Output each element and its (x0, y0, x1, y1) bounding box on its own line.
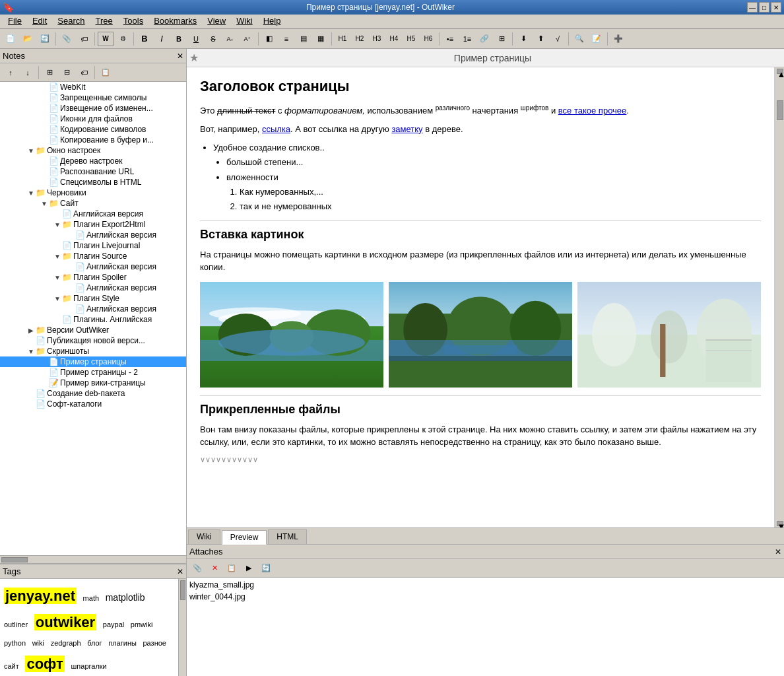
down-arrow-button[interactable]: ⬇ (515, 32, 531, 46)
tag[interactable]: сайт (4, 662, 19, 670)
align-left-button[interactable]: ◧ (261, 32, 277, 46)
h3-button[interactable]: H3 (369, 32, 385, 46)
menu-edit[interactable]: Edit (27, 15, 52, 28)
tree-item[interactable]: 📄 Спецсимволы в HTML (0, 177, 186, 187)
italic-button[interactable]: I (154, 32, 170, 46)
tree-item[interactable]: ▼ 📁 Плагин Style (0, 293, 186, 304)
attach-add-button[interactable]: 📎 (189, 561, 205, 576)
attach-play-button[interactable]: ▶ (241, 561, 257, 576)
ul-button[interactable]: •≡ (442, 32, 458, 46)
tree-item[interactable]: 📄 Кодирование символов (0, 124, 186, 135)
tree-down-button[interactable]: ↓ (20, 65, 36, 80)
tree-collapse-button[interactable]: ⊟ (59, 65, 75, 80)
attach-file-item[interactable]: klyazma_small.jpg (189, 579, 781, 591)
up-arrow-button[interactable]: ⬆ (533, 32, 548, 46)
menu-help[interactable]: Help (258, 15, 286, 28)
h2-button[interactable]: H2 (352, 32, 368, 46)
tree-item[interactable]: ▼ 📁 Плагин Spoiler (0, 272, 186, 283)
h4-button[interactable]: H4 (386, 32, 402, 46)
tree-item[interactable]: 📄 Пример страницы - 2 (0, 367, 186, 378)
tag[interactable]: python (4, 639, 26, 647)
tag[interactable]: pmwiki (131, 621, 153, 628)
open-button[interactable]: 📂 (20, 32, 36, 46)
underline-button[interactable]: U (188, 32, 204, 46)
h1-button[interactable]: H1 (335, 32, 350, 46)
tree-item[interactable]: 📄 Софт-каталоги (0, 399, 186, 409)
html-mode-button[interactable]: ⚙ (115, 32, 131, 46)
tree-item[interactable]: 📄 Дерево настроек (0, 156, 186, 166)
tree-up-button[interactable]: ↑ (3, 65, 18, 80)
win-close[interactable]: ✕ (771, 2, 781, 13)
tag[interactable]: zedgraph (51, 639, 81, 647)
superscript-button[interactable]: A⁺ (240, 32, 255, 46)
attach-refresh-button[interactable]: 🔄 (258, 561, 274, 576)
tree-item[interactable]: ▼ 📁 Скриншоты (0, 346, 186, 356)
menu-view[interactable]: View (202, 15, 231, 28)
align-justify-button[interactable]: ▦ (313, 32, 329, 46)
tree-item[interactable]: 📄 Английская версия (0, 261, 186, 272)
h6-button[interactable]: H6 (420, 32, 436, 46)
tree-item[interactable]: ▼ 📁 Плагин Source (0, 251, 186, 261)
tree-item[interactable]: ▼ 📁 Черновики (0, 187, 186, 198)
extra-button[interactable]: ➕ (610, 32, 626, 46)
content-scrollbar[interactable]: ▲ ▼ (775, 67, 784, 527)
tree-container[interactable]: 📄 WebKit 📄 Запрещенные символы 📄 Извещен… (0, 82, 186, 555)
link-zametku[interactable]: заметку (391, 124, 422, 134)
tree-item[interactable]: 📄 Запрещенные символы (0, 92, 186, 103)
attach-delete-button[interactable]: ✕ (207, 561, 222, 576)
tree-item[interactable]: 📄 Распознавание URL (0, 166, 186, 177)
menu-file[interactable]: File (3, 15, 27, 28)
tag[interactable]: разное (143, 639, 166, 647)
attach-copy-button[interactable]: 📋 (224, 561, 240, 576)
tab-wiki[interactable]: Wiki (188, 529, 220, 544)
reload-button[interactable]: 🔄 (37, 32, 53, 46)
bold2-button[interactable]: B (171, 32, 187, 46)
tree-item[interactable]: 📄 Иконки для файлов (0, 114, 186, 124)
tag[interactable]: outliner (4, 621, 28, 628)
tree-item[interactable]: 📄 Создание deb-пакета (0, 388, 186, 399)
tree-item[interactable]: 📄 WebKit (0, 82, 186, 92)
tree-item[interactable]: ▼ 📁 Окно настроек (0, 145, 186, 156)
tree-item[interactable]: 📝 Пример вики-страницы (0, 378, 186, 388)
tag[interactable]: matplotlib (106, 592, 145, 603)
new-button[interactable]: 📄 (3, 32, 18, 46)
tree-mark-button[interactable]: 🏷 (76, 65, 92, 80)
tree-item[interactable]: 📄 Плагин Livejournal (0, 240, 186, 251)
tag[interactable]: jenyay.net (4, 588, 77, 604)
find-button[interactable]: 🔍 (572, 32, 587, 46)
tab-preview[interactable]: Preview (222, 530, 267, 545)
tree-item[interactable]: 📄 Плагины. Английская (0, 314, 186, 325)
tree-item[interactable]: 📄 Публикация новой верси... (0, 335, 186, 346)
tree-item[interactable]: ▼ 📁 Плагин Export2Html (0, 219, 186, 230)
tree-item[interactable]: 📄 Извещение об изменен... (0, 103, 186, 114)
tag[interactable]: софт (25, 656, 64, 672)
tag[interactable]: шпаргалки (71, 662, 106, 670)
menu-wiki[interactable]: Wiki (231, 15, 258, 28)
menu-tools[interactable]: Tools (118, 15, 148, 28)
tags-close-icon[interactable]: ✕ (177, 567, 183, 576)
content-view[interactable]: Заголовок страницы Это длинный текст с ф… (187, 67, 775, 527)
tree-item[interactable]: 📄 Копирование в буфер и... (0, 135, 186, 145)
tag[interactable]: плагины (108, 639, 137, 647)
attach-icon-button[interactable]: 🏷 (76, 32, 92, 46)
tree-item[interactable]: ▶ 📁 Версии OutWiker (0, 325, 186, 335)
tags-scrollbar[interactable] (178, 579, 186, 676)
tree-item[interactable]: ▼ 📁 Сайт (0, 198, 186, 209)
strike-button[interactable]: S (205, 32, 221, 46)
attach-file-item[interactable]: winter_0044.jpg (189, 591, 781, 603)
bold-button[interactable]: B (137, 32, 152, 46)
tree-item[interactable]: 📄 Английская версия (0, 304, 186, 314)
align-right-button[interactable]: ▤ (296, 32, 311, 46)
tag[interactable]: wiki (32, 639, 44, 647)
win-minimize[interactable]: — (747, 2, 758, 13)
menu-search[interactable]: Search (52, 15, 90, 28)
tree-item[interactable]: 📄 Пример страницы (0, 356, 186, 367)
tree-expand-button[interactable]: ⊞ (42, 65, 57, 80)
align-center-button[interactable]: ≡ (278, 32, 294, 46)
tag[interactable]: paypal (103, 621, 124, 628)
win-maximize[interactable]: □ (759, 2, 769, 13)
tag[interactable]: блог (87, 639, 102, 647)
tree-item[interactable]: 📄 Английская версия (0, 283, 186, 293)
link-button[interactable]: 🔗 (476, 32, 492, 46)
wiki-mode-button[interactable]: W (98, 32, 114, 46)
